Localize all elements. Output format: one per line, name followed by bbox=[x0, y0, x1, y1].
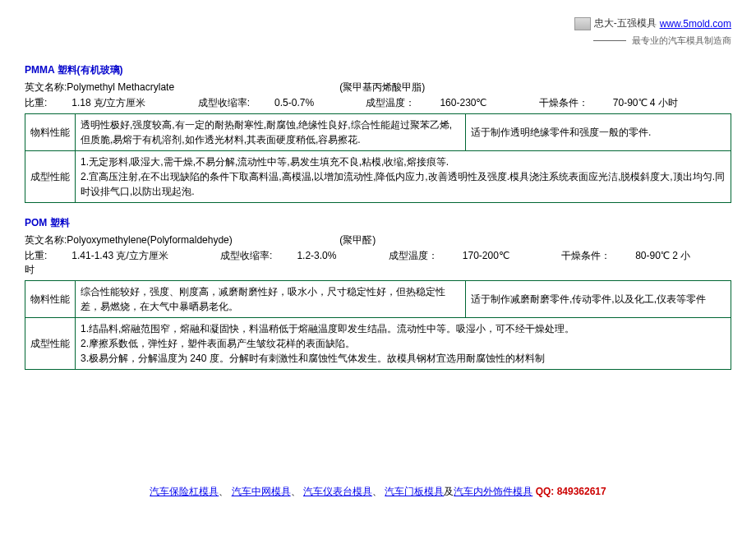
bi-label: 比重: bbox=[25, 97, 47, 108]
brand-name: 忠大-五强模具 bbox=[594, 16, 657, 30]
sep: 、 bbox=[291, 486, 301, 497]
footer-link-bumper[interactable]: 汽车保险杠模具 bbox=[150, 486, 219, 497]
section2-table: 物料性能 综合性能较好，强度、刚度高，减磨耐磨性好，吸水小，尺寸稳定性好，但热稳… bbox=[25, 280, 731, 370]
bi-value: 1.18 克/立方厘米 bbox=[71, 97, 145, 108]
footer-link-grille[interactable]: 汽车中网模具 bbox=[232, 486, 291, 497]
dry-value: 70-90℃ 4 小时 bbox=[613, 97, 678, 108]
en-name: Polymethyl Methacrylate bbox=[67, 81, 174, 93]
brand-link[interactable]: www.5mold.com bbox=[660, 18, 731, 30]
bi-value: 1.41-1.43 克/立方厘米 bbox=[71, 250, 168, 261]
footer-link-trim[interactable]: 汽车内外饰件模具 bbox=[454, 486, 532, 497]
en-label: 英文名称: bbox=[25, 234, 67, 246]
section2-title: POM 塑料 bbox=[25, 216, 731, 230]
physical-props: 透明性极好,强度较高,有一定的耐热耐寒性,耐腐蚀,绝缘性良好,综合性能超过聚苯乙… bbox=[76, 113, 466, 150]
table-row: 物料性能 综合性能较好，强度、刚度高，减磨耐磨性好，吸水小，尺寸稳定性好，但热稳… bbox=[25, 280, 731, 317]
table-row: 成型性能 1.无定形料,吸湿大,需干燥,不易分解,流动性中等,易发生填充不良,粘… bbox=[25, 150, 731, 202]
sep: 、 bbox=[219, 486, 228, 497]
section1-title: PMMA 塑料(有机玻璃) bbox=[25, 63, 731, 77]
table-row: 物料性能 透明性极好,强度较高,有一定的耐热耐寒性,耐腐蚀,绝缘性良好,综合性能… bbox=[25, 113, 731, 150]
sep: 、 bbox=[372, 486, 382, 497]
section1-name-row: 英文名称:Polymethyl Methacrylate (聚甲基丙烯酸甲脂) bbox=[25, 81, 731, 95]
cn-name: (聚甲醛) bbox=[339, 234, 376, 246]
section1-table: 物料性能 透明性极好,强度较高,有一定的耐热耐寒性,耐腐蚀,绝缘性良好,综合性能… bbox=[25, 113, 731, 203]
temp-label: 成型温度： bbox=[366, 97, 415, 108]
page-header: 忠大-五强模具 www.5mold.com 最专业的汽车模具制造商 bbox=[25, 16, 731, 47]
dry-label: 干燥条件： bbox=[539, 97, 588, 108]
row-header-physical: 物料性能 bbox=[25, 280, 76, 317]
en-label: 英文名称: bbox=[25, 81, 67, 93]
physical-use: 适于制作减磨耐磨零件,传动零件,以及化工,仪表等零件 bbox=[466, 280, 731, 317]
section2-specs: 比重:1.41-1.43 克/立方厘米 成型收缩率:1.2-3.0% 成型温度：… bbox=[25, 249, 731, 277]
cn-name: (聚甲基丙烯酸甲脂) bbox=[339, 81, 425, 93]
sep-and: 及 bbox=[444, 486, 454, 497]
temp-label: 成型温度： bbox=[389, 250, 438, 261]
footer-link-door[interactable]: 汽车门板模具 bbox=[385, 486, 444, 497]
temp-value: 170-200℃ bbox=[463, 250, 509, 261]
molding-content: 1.无定形料,吸湿大,需干燥,不易分解,流动性中等,易发生填充不良,粘模,收缩,… bbox=[76, 150, 731, 202]
shrink-value: 1.2-3.0% bbox=[297, 250, 336, 261]
physical-use: 适于制作透明绝缘零件和强度一般的零件. bbox=[466, 113, 731, 150]
row-header-molding: 成型性能 bbox=[25, 150, 76, 202]
footer-link-dashboard[interactable]: 汽车仪表台模具 bbox=[303, 486, 372, 497]
bi-label: 比重: bbox=[25, 250, 47, 261]
brand-icon bbox=[574, 17, 591, 30]
brand-line: 忠大-五强模具 www.5mold.com bbox=[574, 16, 731, 30]
row-header-molding: 成型性能 bbox=[25, 317, 76, 369]
brand-subtitle: 最专业的汽车模具制造商 bbox=[632, 35, 731, 45]
dash-icon bbox=[593, 40, 626, 41]
shrink-label: 成型收缩率: bbox=[198, 97, 250, 108]
row-header-physical: 物料性能 bbox=[25, 113, 76, 150]
shrink-value: 0.5-0.7% bbox=[274, 97, 314, 108]
section1-specs: 比重:1.18 克/立方厘米 成型收缩率:0.5-0.7% 成型温度：160-2… bbox=[25, 96, 731, 110]
page-footer: 汽车保险杠模具、 汽车中网模具、 汽车仪表台模具、 汽车门板模具及汽车内外饰件模… bbox=[25, 485, 731, 499]
brand-subtitle-line: 最专业的汽车模具制造商 bbox=[25, 35, 731, 47]
molding-content: 1.结晶料,熔融范围窄，熔融和凝固快，料温稍低于熔融温度即发生结晶。流动性中等。… bbox=[76, 317, 731, 369]
physical-props: 综合性能较好，强度、刚度高，减磨耐磨性好，吸水小，尺寸稳定性好，但热稳定性差，易… bbox=[76, 280, 466, 317]
table-row: 成型性能 1.结晶料,熔融范围窄，熔融和凝固快，料温稍低于熔融温度即发生结晶。流… bbox=[25, 317, 731, 369]
dry-label: 干燥条件： bbox=[561, 250, 611, 261]
qq-contact: QQ: 849362617 bbox=[536, 486, 606, 497]
shrink-label: 成型收缩率: bbox=[220, 250, 272, 261]
section2-name-row: 英文名称:Polyoxymethylene(Polyformaldehyde) … bbox=[25, 233, 731, 247]
en-name: Polyoxymethylene(Polyformaldehyde) bbox=[67, 234, 232, 246]
temp-value: 160-230℃ bbox=[440, 97, 486, 108]
